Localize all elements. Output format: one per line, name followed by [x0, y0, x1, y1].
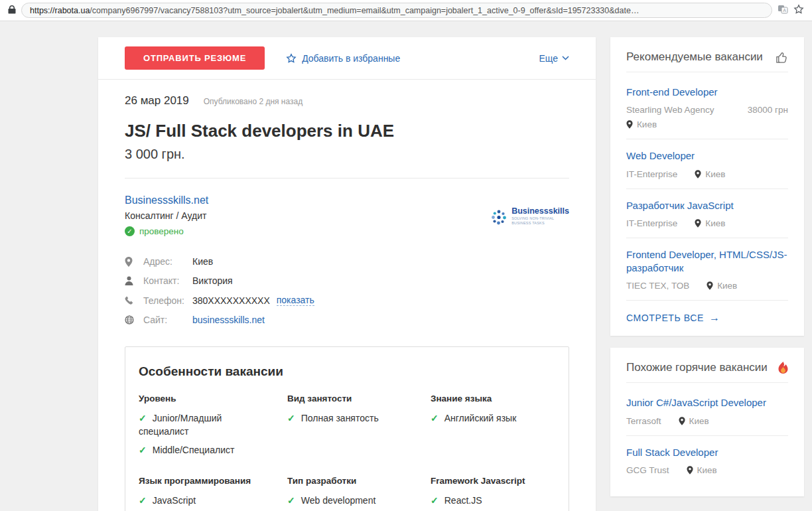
contact-row-address: Адрес: Киев — [125, 256, 569, 267]
check-icon — [287, 495, 295, 506]
features-grid: Уровень Junior/Младший специалист Middle… — [139, 379, 555, 511]
date-row: 26 мар 2019 Опубликовано 2 дня назад — [125, 94, 569, 108]
bookmark-star-icon[interactable] — [793, 4, 804, 17]
feature-label: Вид занятости — [287, 394, 420, 403]
url-path: /company6967997/vacancy7588103?utm_sourc… — [90, 6, 639, 15]
logo-tagline-2: BUSINESS TASKS — [511, 221, 569, 226]
logo-name: Businessskills — [511, 207, 569, 216]
feature-item: Web development — [287, 494, 420, 507]
sidebar: Рекомендуемые вакансии Front-end Develop… — [610, 37, 804, 496]
flame-icon — [778, 362, 788, 374]
add-to-favorites-label: Добавить в избранные — [302, 53, 400, 64]
company-logo: Businessskills SOLVING NON-TRIVIAL BUSIN… — [490, 197, 569, 236]
feature-group-language: Знание языка Английский язык — [431, 394, 555, 461]
job-city-group: Киев — [707, 281, 737, 291]
contacts-section: Адрес: Киев Контакт: Виктория Телефон: 3… — [125, 256, 569, 325]
contact-value: 380XXXXXXXXXX — [192, 295, 270, 306]
vacancy-action-bar: ОТПРАВИТЬ РЕЗЮМЕ Добавить в избранные Ещ… — [98, 37, 596, 80]
feature-group-framework: Framework Javascript React.JS — [431, 476, 555, 511]
feature-item: React.JS — [431, 494, 545, 507]
recommended-title: Рекомендуемые вакансии — [626, 50, 763, 64]
company-info: Businessskills.net Консалтинг / Аудит пр… — [125, 194, 208, 236]
job-title-link[interactable]: Web Developer — [626, 149, 788, 163]
job-city: Киев — [705, 218, 725, 228]
browser-address-bar: https://rabota.ua/company6967997/vacancy… — [0, 0, 812, 21]
job-title-link[interactable]: Full Stack Developer — [626, 446, 788, 459]
hot-title: Похожие горячие вакансии — [626, 361, 768, 374]
job-city-row: Киев — [626, 119, 788, 129]
feature-item: Полная занятость — [287, 411, 420, 425]
map-pin-icon — [695, 170, 701, 179]
vacancy-title: JS/ Full Stack developers in UAE — [125, 121, 569, 141]
thumbs-up-icon — [776, 51, 788, 64]
show-phone-link[interactable]: показать — [277, 295, 314, 306]
contact-label: Телефон: — [143, 295, 192, 306]
job-meta: Terrasoft Киев — [626, 416, 788, 426]
add-to-favorites-link[interactable]: Добавить в избранные — [286, 53, 400, 64]
phone-icon — [125, 296, 137, 305]
contact-label: Сайт: — [143, 315, 192, 325]
job-company: IT-Enterprise — [626, 169, 677, 179]
page-content: ОТПРАВИТЬ РЕЗЮМЕ Добавить в избранные Ещ… — [0, 21, 812, 511]
company-category: Консалтинг / Аудит — [125, 210, 208, 221]
feature-group-programming-language: Язык программирования JavaScript — [139, 476, 287, 511]
map-pin-icon — [626, 120, 633, 129]
vacancy-body: 26 мар 2019 Опубликовано 2 дня назад JS/… — [98, 80, 596, 511]
more-menu-button[interactable]: Еще — [539, 53, 570, 64]
feature-item: Английский язык — [431, 411, 545, 425]
svg-text:A: A — [783, 8, 786, 13]
feature-label: Тип разработки — [287, 476, 420, 486]
job-city-group: Киев — [695, 169, 725, 179]
job-meta: TIEC TEX, ТОВ Киев — [626, 281, 788, 291]
job-title-link[interactable]: Frontend Developer, HTML/CSS/JS-разработ… — [626, 248, 788, 275]
job-listing: Frontend Developer, HTML/CSS/JS-разработ… — [626, 238, 788, 301]
contact-row-person: Контакт: Виктория — [125, 275, 569, 286]
features-title: Особенности вакансии — [139, 364, 555, 379]
url-bar[interactable]: https://rabota.ua/company6967997/vacancy… — [21, 3, 772, 18]
more-label: Еще — [539, 53, 559, 64]
job-salary: 38000 грн — [748, 105, 788, 115]
job-title-link[interactable]: Junior C#/JavaScript Developer — [626, 396, 788, 409]
company-name-link[interactable]: Businessskills.net — [125, 194, 208, 206]
job-title-link[interactable]: Front-end Developer — [626, 86, 788, 99]
verified-check-icon — [125, 226, 135, 236]
contact-value: Киев — [192, 256, 213, 267]
job-meta: GCG Trust Киев — [626, 465, 788, 475]
verified-label: проверено — [139, 226, 184, 236]
check-icon — [139, 495, 147, 506]
contact-row-site: Сайт: businessskills.net — [125, 315, 569, 325]
feature-label: Framework Javascript — [431, 476, 545, 486]
job-company: TIEC TEX, ТОВ — [626, 281, 689, 291]
job-city-group: Киев — [695, 218, 725, 228]
check-icon — [139, 413, 147, 423]
globe-icon — [125, 315, 137, 325]
company-site-link[interactable]: businessskills.net — [192, 315, 265, 325]
view-all-link[interactable]: СМОТРЕТЬ ВСЕ — [626, 301, 788, 324]
feature-label: Уровень — [139, 394, 277, 403]
contact-value: Виктория — [192, 275, 233, 286]
check-icon — [287, 413, 295, 423]
job-listing: Junior C#/JavaScript Developer Terrasoft… — [626, 382, 788, 435]
feature-group-employment: Вид занятости Полная занятость — [287, 394, 431, 461]
job-city-group: Киев — [687, 465, 717, 475]
contact-label: Контакт: — [143, 275, 192, 286]
person-icon — [125, 276, 137, 285]
check-icon — [431, 413, 439, 423]
job-listing: Web Developer IT-Enterprise Киев — [626, 139, 788, 188]
job-company: Stearling Web Agency — [626, 105, 714, 115]
logo-text: Businessskills SOLVING NON-TRIVIAL BUSIN… — [511, 207, 569, 226]
vacancy-features-box: Особенности вакансии Уровень Junior/Млад… — [125, 346, 569, 511]
send-resume-button[interactable]: ОТПРАВИТЬ РЕЗЮМЕ — [125, 46, 265, 70]
company-section: Businessskills.net Консалтинг / Аудит пр… — [125, 194, 569, 236]
feature-label: Знание языка — [431, 394, 545, 403]
job-listing: Разработчик JavaScript IT-Enterprise Кие… — [626, 189, 788, 238]
job-city: Киев — [637, 119, 657, 129]
url-domain: https://rabota.ua — [30, 6, 90, 15]
map-pin-icon — [679, 417, 685, 425]
translate-icon[interactable]: A — [778, 5, 788, 17]
lock-icon — [8, 5, 16, 17]
arrow-right-icon — [709, 312, 720, 324]
job-city-group: Киев — [679, 416, 709, 426]
feature-item: Middle/Специалист — [139, 443, 248, 457]
job-title-link[interactable]: Разработчик JavaScript — [626, 199, 788, 212]
